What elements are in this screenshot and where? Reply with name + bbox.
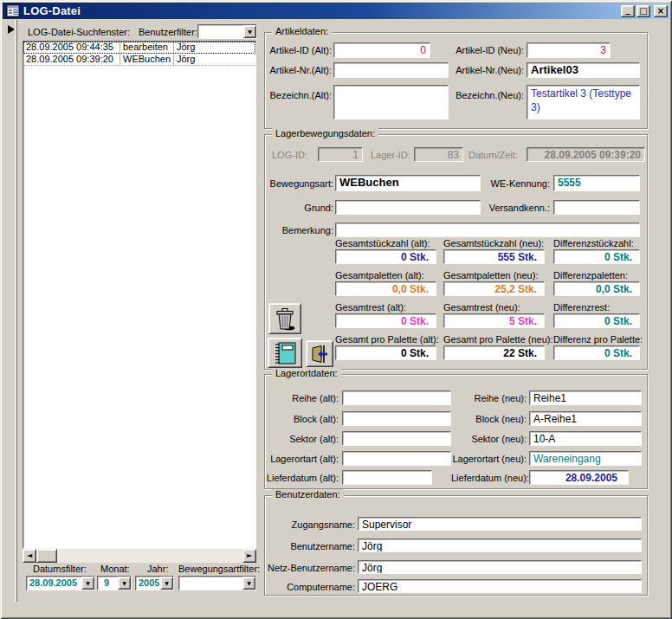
differenzrest-field: 0 Stk.: [553, 313, 640, 328]
title-bar[interactable]: LOG-Datei _ □ ×: [3, 3, 669, 19]
gesamtrest-neu-label: Gesamtrest (neu):: [443, 302, 520, 313]
bewegungsart-field[interactable]: WEBuchen: [335, 175, 481, 191]
log-book-button[interactable]: [268, 338, 302, 368]
lieferdatum-alt-field[interactable]: [342, 470, 432, 485]
notebook-icon: [273, 341, 297, 365]
we-kennung-field[interactable]: 5555: [553, 175, 640, 191]
zugangsname-label: Zugangsname:: [265, 519, 355, 530]
computername-field[interactable]: JOERG: [358, 579, 642, 593]
sektor-alt-field[interactable]: [342, 431, 451, 446]
movement-filter-label: Bewegungsartfilter:: [178, 564, 260, 574]
sektor-neu-field[interactable]: 10-A: [529, 431, 642, 446]
lagerortart-alt-field[interactable]: [342, 451, 451, 466]
versandkenn-field[interactable]: [553, 200, 640, 215]
scroll-left-icon[interactable]: ◄: [23, 549, 36, 563]
chevron-down-icon[interactable]: ▼: [242, 577, 255, 590]
bewegungsart-label: Bewegungsart:: [265, 178, 333, 189]
bemerkung-label: Bemerkung:: [265, 225, 333, 235]
lagerortart-neu-field[interactable]: Wareneingang: [529, 451, 642, 466]
lieferdatum-neu-label: Lieferdatum (neu):: [451, 473, 527, 483]
scroll-right-icon[interactable]: ►: [242, 549, 256, 563]
gesamtpaletten-neu-label: Gesamtpaletten (neu):: [443, 270, 538, 280]
horizontal-scrollbar[interactable]: ◄ ►: [23, 549, 256, 563]
gesamtrest-alt-label: Gesamtrest (alt):: [335, 302, 406, 313]
log-list[interactable]: 28.09.2005 09:44:35 bearbeiten Jörg 28.0…: [23, 41, 256, 549]
artikel-nr-alt-label: Artikel-Nr.(Alt):: [268, 65, 332, 75]
minimize-button[interactable]: _: [621, 5, 635, 17]
block-neu-field[interactable]: A-Reihe1: [529, 411, 642, 426]
close-button[interactable]: ×: [654, 5, 668, 17]
movement-filter-combo[interactable]: ▼: [178, 576, 256, 590]
log-list-row[interactable]: 28.09.2005 09:44:35 bearbeiten Jörg: [23, 42, 255, 54]
lagerbewegungsdaten-title: Lagerbewegungsdaten:: [272, 128, 378, 139]
log-id-field: 1: [318, 147, 363, 162]
window-title: LOG-Datei: [23, 4, 81, 17]
lieferdatum-alt-label: Lieferdatum (alt):: [265, 473, 339, 483]
artikel-id-alt-label: Artikel-ID (Alt):: [268, 45, 332, 55]
datum-zeit-label: Datum/Zeit:: [468, 150, 518, 160]
scrollbar-thumb[interactable]: [36, 549, 57, 563]
differenz-pro-palette-field: 0 Stk.: [553, 345, 640, 360]
block-alt-field[interactable]: [342, 411, 451, 426]
log-row-action: WEBuchen: [120, 54, 174, 65]
gesamt-pro-palette-neu-label: Gesamt pro Palette (neu):: [443, 334, 553, 345]
log-row-user: Jörg: [174, 42, 255, 53]
differenzpaletten-label: Differenzpaletten:: [553, 270, 628, 280]
bezeichn-alt-label: Bezeichn.(Alt):: [268, 90, 332, 100]
close-form-button[interactable]: [306, 340, 333, 367]
log-row-datetime: 28.09.2005 09:44:35: [23, 42, 120, 53]
reihe-neu-field[interactable]: Reihe1: [529, 390, 642, 405]
lagerbewegungsdaten-group: Lagerbewegungsdaten: LOG-ID: 1 Lager-ID:…: [264, 134, 648, 370]
lieferdatum-neu-field[interactable]: 28.09.2005: [529, 470, 629, 485]
log-row-user: Jörg: [174, 54, 255, 65]
bezeichn-alt-field[interactable]: [333, 85, 449, 119]
reihe-alt-field[interactable]: [342, 390, 451, 405]
artikel-nr-neu-field[interactable]: Artikel03: [527, 62, 640, 78]
month-combo[interactable]: 9 ▼: [97, 576, 132, 590]
artikeldaten-title: Artikeldaten:: [272, 26, 332, 36]
artikel-nr-alt-field[interactable]: [333, 62, 449, 78]
differenz-pro-palette-label: Differenz pro Palette:: [553, 334, 643, 345]
gesamt-pro-palette-neu-field: 22 Stk.: [443, 345, 545, 360]
year-combo[interactable]: 2005 ▼: [135, 576, 174, 590]
chevron-down-icon[interactable]: ▼: [160, 577, 173, 590]
log-row-datetime: 28.09.2005 09:39:20: [23, 54, 120, 65]
reihe-neu-label: Reihe (neu):: [451, 393, 527, 403]
date-filter-combo[interactable]: 28.09.2005 ▼: [26, 576, 95, 590]
versandkenn-label: Versandkenn.:: [477, 203, 550, 213]
grund-field[interactable]: [335, 200, 481, 215]
window-controls: _ □ ×: [619, 5, 668, 17]
gesamtstueckzahl-alt-field: 0 Stk.: [335, 249, 436, 264]
chevron-down-icon[interactable]: ▼: [243, 25, 256, 38]
lieferdatum-neu-value: 28.09.2005: [565, 472, 617, 484]
bemerkung-field[interactable]: [335, 222, 640, 237]
log-list-row[interactable]: 28.09.2005 09:39:20 WEBuchen Jörg: [23, 54, 255, 66]
log-id-label: LOG-ID:: [272, 150, 307, 160]
artikel-id-alt-field[interactable]: 0: [333, 42, 430, 58]
year-label: Jahr:: [147, 564, 168, 574]
benutzername-field[interactable]: Jörg: [358, 538, 642, 552]
delete-button[interactable]: [268, 303, 301, 334]
maximize-button[interactable]: □: [636, 5, 650, 17]
lagerortart-neu-label: Lagerortart (neu):: [451, 454, 527, 464]
user-filter-combo[interactable]: ▼: [197, 24, 257, 39]
artikeldaten-group: Artikeldaten: Artikel-ID (Alt): 0 Artike…: [264, 32, 648, 129]
chevron-down-icon[interactable]: ▼: [81, 577, 94, 590]
benutzerdaten-title: Benutzerdaten:: [272, 489, 344, 500]
differenzpaletten-field: 0,0 Stk.: [553, 281, 640, 296]
chevron-down-icon[interactable]: ▼: [118, 577, 131, 590]
bezeichn-neu-field[interactable]: Testartikel 3 (Testtype 3): [527, 85, 640, 119]
lagerortart-neu-value: Wareneingang: [533, 453, 601, 465]
netz-benutzername-field[interactable]: Jörg: [358, 560, 642, 574]
artikel-id-neu-field[interactable]: 3: [527, 42, 611, 58]
lagerortdaten-group: Lagerortdaten: Reihe (alt): Reihe (neu):…: [264, 374, 648, 489]
we-kennung-value: 5555: [558, 177, 581, 189]
gesamtstueckzahl-neu-label: Gesamtstückzahl (neu):: [443, 238, 544, 248]
date-filter-label: Datumsfilter:: [33, 564, 87, 574]
zugangsname-field[interactable]: Supervisor: [358, 517, 642, 531]
month-value: 9: [100, 577, 117, 589]
record-selector-bar[interactable]: [4, 20, 17, 602]
differenzrest-label: Differenzrest:: [553, 302, 610, 313]
artikel-id-neu-label: Artikel-ID (Neu):: [456, 45, 524, 55]
gesamt-pro-palette-alt-label: Gesamt pro Palette (alt):: [335, 334, 439, 345]
